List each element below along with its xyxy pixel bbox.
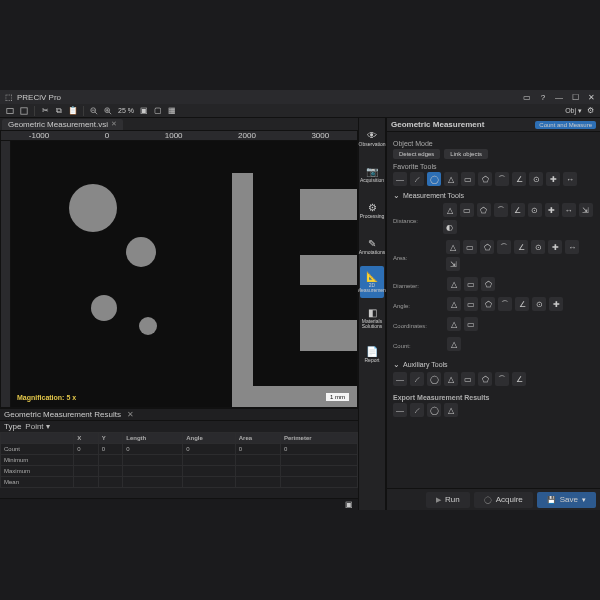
tool-button[interactable]: ⊙ [532,297,546,311]
rail-annotations[interactable]: ✎Annotations [360,230,384,262]
save-button[interactable]: 💾 Save ▾ [537,492,596,508]
cut-button[interactable]: ✂ [39,105,51,117]
tool-button[interactable]: ⌒ [495,372,509,386]
tool-button[interactable]: ▭ [464,297,478,311]
tool-button[interactable]: ⬠ [478,372,492,386]
rail-processing[interactable]: ⚙Processing [360,194,384,226]
tool-button[interactable]: ◯ [427,403,441,417]
tool-button[interactable]: ⊙ [528,203,542,217]
tool-button[interactable]: — [393,403,407,417]
close-icon[interactable]: ✕ [586,92,596,102]
tool-button[interactable]: ∠ [512,172,526,186]
tool-button[interactable]: ◐ [443,220,457,234]
rail-measurement[interactable]: 📐2D Measurement [360,266,384,298]
tool-button[interactable]: ⇲ [579,203,593,217]
obj-dropdown[interactable]: Obj ▾ [565,107,582,115]
tool-button[interactable]: ▭ [461,372,475,386]
tool-button[interactable]: ↔ [565,240,579,254]
tool-button[interactable]: ⌒ [497,240,511,254]
rail-acquisition[interactable]: 📷Acquisition [360,158,384,190]
tool-button[interactable]: ⊙ [529,172,543,186]
tool-button[interactable]: ∠ [514,240,528,254]
table-row[interactable]: Minimum [1,455,358,466]
tool-button[interactable]: △ [444,372,458,386]
maximize-icon[interactable]: ☐ [570,92,580,102]
col-header[interactable] [1,433,74,444]
tool-button[interactable]: △ [447,317,461,331]
tool-button[interactable]: ⬠ [477,203,491,217]
rail-materials[interactable]: ◧Materials Solutions [360,302,384,334]
tool-button[interactable]: ⟋ [410,403,424,417]
tool-button[interactable]: ▭ [463,240,477,254]
tool-button[interactable]: ∠ [512,372,526,386]
zoom-out-button[interactable] [88,105,100,117]
tool-button[interactable]: △ [446,240,460,254]
tool-button[interactable]: ▭ [464,277,478,291]
tool-button[interactable]: ⬠ [481,277,495,291]
col-header[interactable]: Length [123,433,183,444]
tool-button[interactable]: ⬠ [481,297,495,311]
copy-button[interactable]: ⧉ [53,105,65,117]
grid-button[interactable]: ▦ [166,105,178,117]
acquire-button[interactable]: ◯ Acquire [474,492,533,508]
tool-button[interactable]: ⬠ [480,240,494,254]
tool-button[interactable]: ✚ [546,172,560,186]
table-row[interactable]: Maximum [1,466,358,477]
results-close-icon[interactable]: ✕ [127,410,134,419]
tool-button[interactable]: △ [444,172,458,186]
tool-button[interactable]: ⌒ [494,203,508,217]
help-icon[interactable]: ? [538,92,548,102]
tool-button[interactable]: ⟋ [410,172,424,186]
tool-button[interactable]: △ [447,337,461,351]
tool-button[interactable]: ✚ [545,203,559,217]
run-button[interactable]: ▶ Run [426,492,470,508]
table-row[interactable]: Mean [1,477,358,488]
tool-button[interactable]: ⌒ [498,297,512,311]
settings-button[interactable]: ⚙ [584,105,596,117]
tool-button[interactable]: ◯ [427,172,441,186]
filter-type-dropdown[interactable]: Point ▾ [25,422,49,431]
tool-button[interactable]: ◯ [427,372,441,386]
tool-button[interactable]: ▭ [461,172,475,186]
zoom-in-button[interactable] [102,105,114,117]
tool-button[interactable]: ⊙ [531,240,545,254]
tool-button[interactable]: ▭ [464,317,478,331]
layout-icon[interactable]: ▭ [522,92,532,102]
col-header[interactable]: Perimeter [280,433,357,444]
link-objects-button[interactable]: Link objects [444,149,488,159]
tool-button[interactable]: ▭ [460,203,474,217]
status-icon[interactable]: ▣ [344,500,354,510]
measurement-tools-head[interactable]: Measurement Tools [393,191,594,200]
image-viewport[interactable]: Magnification: 5 x 1 mm [11,141,357,407]
tool-button[interactable]: ⟋ [410,372,424,386]
tool-button[interactable]: ✚ [548,240,562,254]
tool-button[interactable]: ⌒ [495,172,509,186]
save-button[interactable] [18,105,30,117]
tool-button[interactable]: △ [447,277,461,291]
actual-button[interactable]: ▢ [152,105,164,117]
tool-button[interactable]: △ [443,203,457,217]
paste-button[interactable]: 📋 [67,105,79,117]
tab-close-icon[interactable]: ✕ [111,120,117,128]
detect-edges-button[interactable]: Detect edges [393,149,440,159]
col-header[interactable]: X [74,433,98,444]
tool-button[interactable]: ↔ [562,203,576,217]
results-table[interactable]: XYLengthAngleAreaPerimeter Count000000Mi… [0,432,358,498]
tool-button[interactable]: ✚ [549,297,563,311]
tool-button[interactable]: — [393,372,407,386]
tool-button[interactable]: ∠ [515,297,529,311]
ribbon-tag[interactable]: Count and Measure [535,121,596,129]
zoom-level[interactable]: 25 % [118,107,134,114]
col-header[interactable]: Angle [183,433,236,444]
tool-button[interactable]: ∠ [511,203,525,217]
fit-button[interactable]: ▣ [138,105,150,117]
open-button[interactable] [4,105,16,117]
tool-button[interactable]: ⬠ [478,172,492,186]
tool-button[interactable]: △ [444,403,458,417]
tool-button[interactable]: △ [447,297,461,311]
table-row[interactable]: Count000000 [1,444,358,455]
auxiliary-tools-head[interactable]: Auxiliary Tools [393,360,594,369]
col-header[interactable]: Area [235,433,280,444]
rail-report[interactable]: 📄Report [360,338,384,370]
tool-button[interactable]: ⇲ [446,257,460,271]
